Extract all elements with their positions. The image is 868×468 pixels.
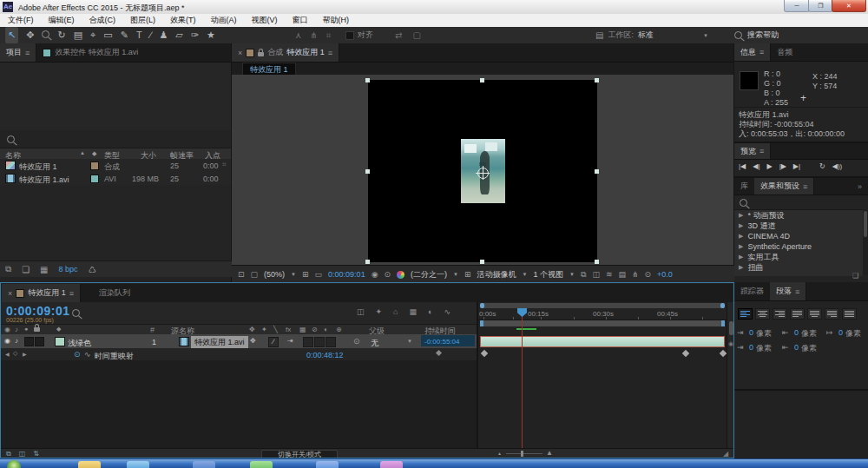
timeline-search-field[interactable]: [72, 309, 80, 319]
space-before-value[interactable]: 0: [749, 343, 753, 352]
layer-eye-icon[interactable]: ◉: [4, 337, 10, 345]
zoom-out-icon[interactable]: ▲: [497, 451, 502, 456]
selection-handle[interactable]: [365, 260, 370, 264]
resolution-value[interactable]: (二分之一): [411, 269, 447, 280]
view-layout-value[interactable]: 1 个视图: [534, 269, 564, 280]
tab-composition[interactable]: × 合成 特效应用 1 ≡: [232, 43, 339, 62]
resolution-dropdown-icon[interactable]: ▼: [453, 272, 458, 277]
start-button[interactable]: [7, 460, 21, 468]
zoom-in-icon[interactable]: ▲: [546, 449, 553, 457]
toggle-switches-modes-button[interactable]: 切换开关/模式: [261, 450, 338, 458]
region-of-interest-icon[interactable]: ▭: [315, 270, 323, 279]
parent-dropdown-icon[interactable]: ▼: [407, 339, 412, 344]
puppet-pin-tool-icon[interactable]: ★: [207, 27, 215, 43]
workspace-dropdown-icon[interactable]: ▼: [703, 33, 708, 38]
fast-preview-icon[interactable]: ≋: [606, 270, 613, 279]
label-color-swatch[interactable]: [90, 161, 99, 170]
first-frame-button[interactable]: |◀: [739, 162, 746, 170]
align-left-button[interactable]: [738, 308, 753, 320]
time-remap-row[interactable]: ◀ ◇ ▶ ⊙ ∿ 时间重映射 0:00:48:12: [1, 348, 477, 360]
fit-icon[interactable]: ▢: [412, 30, 420, 40]
trash-icon[interactable]: ♺: [89, 265, 96, 274]
effects-search-field[interactable]: [740, 199, 747, 208]
comp-mini-flow-icon[interactable]: ◫: [357, 307, 365, 316]
lock-icon[interactable]: [258, 52, 264, 56]
tab-tracker[interactable]: 跟踪器: [734, 282, 770, 300]
selection-handle[interactable]: [595, 169, 599, 174]
column-label-icon[interactable]: ◆: [92, 150, 96, 157]
menu-item-animation[interactable]: 动画(A): [211, 15, 237, 26]
layer-audio-icon[interactable]: ♪: [15, 337, 18, 345]
selection-handle[interactable]: [480, 78, 484, 82]
layer-duration-bar[interactable]: [480, 336, 725, 347]
menu-item-layer[interactable]: 图层(L): [130, 15, 155, 26]
effects-category[interactable]: ▶扭曲: [734, 262, 863, 273]
safe-margins-icon[interactable]: ⊞: [302, 270, 309, 279]
keyframe[interactable]: [720, 350, 727, 357]
anchor-point-indicator[interactable]: [477, 168, 489, 179]
taskbar-item[interactable]: [193, 461, 215, 468]
exposure-icon[interactable]: ⊙: [645, 270, 652, 279]
camera-view-value[interactable]: 活动摄像机: [477, 269, 516, 280]
selection-tool-icon[interactable]: ↖: [5, 27, 18, 43]
work-area-start-handle[interactable]: [480, 320, 483, 326]
layer-label-swatch[interactable]: [55, 337, 65, 346]
project-row-comp[interactable]: 特效应用 1 合成 25 0:00 ⌗: [0, 159, 231, 172]
selection-handle[interactable]: [365, 78, 370, 82]
tab-effects-presets[interactable]: 效果和预设 ≡: [754, 178, 814, 194]
panel-menu-icon[interactable]: ≡: [760, 147, 764, 155]
next-frame-button[interactable]: |▶: [779, 162, 786, 170]
selection-handle[interactable]: [595, 260, 599, 264]
frame-blend-icon[interactable]: ▦: [410, 307, 418, 316]
resize-grip-icon[interactable]: ◢: [723, 450, 728, 458]
menu-item-help[interactable]: 帮助(H): [323, 15, 350, 26]
eraser-tool-icon[interactable]: ▱: [175, 27, 182, 43]
layer-switch-empty[interactable]: [326, 337, 336, 347]
effects-category[interactable]: ▶实用工具: [734, 252, 863, 262]
menu-item-file[interactable]: 文件(F): [8, 15, 34, 26]
selection-handle[interactable]: [365, 169, 370, 174]
panel-menu-icon[interactable]: ≡: [328, 49, 332, 57]
hand-tool-icon[interactable]: ✥: [26, 27, 34, 43]
tab-paragraph[interactable]: 段落 ≡: [770, 282, 806, 300]
justify-last-left-button[interactable]: [790, 308, 805, 320]
expand-icon[interactable]: ▶: [739, 254, 743, 260]
justify-last-right-button[interactable]: [825, 308, 839, 320]
zoom-tool-icon[interactable]: [42, 27, 49, 43]
taskbar-item[interactable]: [316, 461, 339, 468]
tab-effect-controls[interactable]: 效果控件 特效应用 1.avi: [36, 43, 144, 62]
prev-keyframe-icon[interactable]: ◀: [5, 351, 10, 357]
roto-brush-tool-icon[interactable]: ✑: [191, 27, 199, 43]
scrollbar-thumb[interactable]: [729, 321, 733, 335]
draft-3d-icon[interactable]: ✦: [376, 307, 383, 316]
panel-menu-icon[interactable]: ≡: [803, 182, 807, 191]
bit-depth-button[interactable]: 8 bpc: [59, 265, 78, 274]
layer-row[interactable]: ◉ ♪ 浅绿色 1 特效应用 1.avi ✥ ∕ ⇥ ⊙ 无 ▼ -0:00:5…: [1, 334, 477, 348]
tab-library[interactable]: 库: [734, 178, 754, 194]
justify-all-button[interactable]: [842, 308, 857, 320]
views-dropdown-icon[interactable]: ▼: [569, 272, 575, 277]
taskbar-item[interactable]: [250, 461, 273, 468]
indent-right-value[interactable]: 0: [838, 328, 843, 337]
next-keyframe-icon[interactable]: ▶: [23, 351, 27, 357]
current-timecode[interactable]: 0:00:09:01: [6, 304, 70, 318]
audio-icon[interactable]: ♪: [15, 326, 18, 333]
workspace-value[interactable]: 标准: [638, 30, 654, 41]
panel-menu-icon[interactable]: ≡: [69, 289, 74, 298]
tab-render-queue[interactable]: 渲染队列: [93, 284, 136, 302]
close-button[interactable]: ✕: [832, 0, 866, 12]
project-search-field[interactable]: [7, 135, 15, 145]
graph-icon[interactable]: ∿: [84, 350, 91, 359]
viewer-timecode[interactable]: 0:00:09:01: [328, 270, 365, 279]
expand-icon[interactable]: ▶: [739, 264, 743, 271]
menu-item-composition[interactable]: 合成(C): [89, 15, 116, 26]
interpret-footage-icon[interactable]: ⧉: [5, 264, 11, 274]
sort-asc-icon[interactable]: ▲: [80, 150, 85, 155]
pan-behind-tool-icon[interactable]: ⌖: [90, 27, 95, 43]
type-tool-icon[interactable]: T: [136, 27, 142, 43]
new-preset-icon[interactable]: ❏: [852, 272, 858, 280]
effects-category[interactable]: ▶Synthetic Aperture: [734, 241, 863, 252]
shape-tool-icon[interactable]: ▭: [103, 27, 112, 43]
play-button[interactable]: ▶: [766, 162, 772, 170]
expand-icon[interactable]: ▶: [739, 233, 743, 240]
